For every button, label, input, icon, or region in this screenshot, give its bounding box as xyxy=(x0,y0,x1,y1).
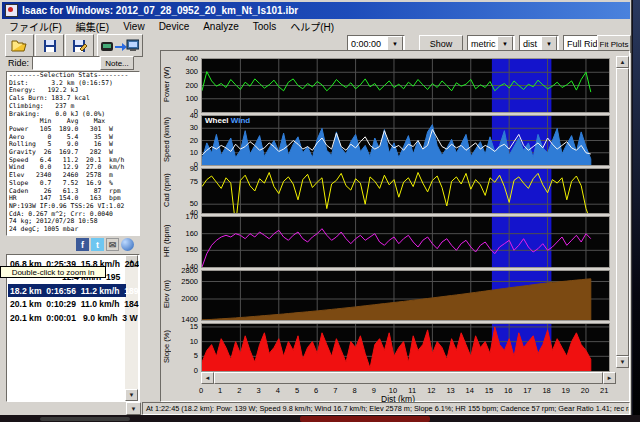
x-tick-14: 14 xyxy=(461,386,479,395)
open-file-button[interactable] xyxy=(5,34,34,57)
power-chart[interactable] xyxy=(201,58,610,113)
power-ytick: 100 xyxy=(173,94,198,103)
scroll-left-icon[interactable]: ◄ xyxy=(201,372,214,384)
lap-row-3[interactable]: 20.1 km 0:10:29 11.0 km/h 184 xyxy=(8,298,126,311)
save-icon xyxy=(43,39,57,53)
speed-ytick: 10 xyxy=(173,148,198,157)
save-as-button[interactable] xyxy=(65,34,94,57)
hr-chart[interactable] xyxy=(201,216,610,268)
scroll-up-icon[interactable]: ▲ xyxy=(616,56,629,68)
plot-panel: Dist (km) ◄ ► ▲ ▼ Power (W)0100200300400… xyxy=(160,50,630,402)
horizontal-scrollbar[interactable]: ◄ ► xyxy=(201,372,616,384)
chevron-down-icon[interactable]: ▼ xyxy=(497,36,513,51)
x-tick-6: 6 xyxy=(307,386,325,395)
vertical-scrollbar[interactable]: ▲ ▼ xyxy=(616,56,629,368)
slope-ytick: 0 xyxy=(173,366,198,375)
desktop-blob xyxy=(40,417,130,421)
slope-chart[interactable] xyxy=(201,323,610,372)
lap-list-scrollbar[interactable]: ▲ ▼ xyxy=(125,255,138,401)
email-icon[interactable]: ✉ xyxy=(106,238,119,251)
xaxis-value: dist xyxy=(520,39,541,49)
speed-ytick: 20 xyxy=(173,136,198,145)
menu-bar: ファイル(F)編集(E)ViewDeviceAnalyzeToolsヘルプ(H) xyxy=(2,19,630,34)
social-icons: f t ✉ xyxy=(76,238,134,252)
note-button[interactable]: Note... xyxy=(100,56,134,70)
x-tick-0: 0 xyxy=(192,386,210,395)
power-axis-label: Power (W) xyxy=(162,58,173,111)
x-tick-21: 21 xyxy=(595,386,613,395)
status-bar: At 1:22:45 (18.2 km): Pow: 139 W; Speed … xyxy=(142,402,630,415)
slope-ytick: 5 xyxy=(173,351,198,360)
twitter-icon[interactable]: t xyxy=(91,238,104,251)
legend-wind: Wind xyxy=(231,116,250,125)
x-tick-12: 12 xyxy=(422,386,440,395)
download-from-device-button[interactable] xyxy=(97,34,143,57)
facebook-icon[interactable]: f xyxy=(76,238,89,251)
scroll-down-icon[interactable]: ▼ xyxy=(616,356,629,368)
x-tick-16: 16 xyxy=(499,386,517,395)
menu-item-5[interactable]: Tools xyxy=(246,20,283,33)
x-tick-11: 11 xyxy=(403,386,421,395)
menu-item-1[interactable]: 編集(E) xyxy=(69,18,116,35)
chevron-down-icon[interactable]: ▼ xyxy=(387,36,403,51)
x-tick-7: 7 xyxy=(326,386,344,395)
x-tick-3: 3 xyxy=(250,386,268,395)
x-tick-4: 4 xyxy=(269,386,287,395)
cadence-chart[interactable] xyxy=(201,168,610,214)
status-dropdown-button[interactable]: ▼ xyxy=(126,402,141,415)
power-ytick: 400 xyxy=(173,54,198,63)
cadence-plot xyxy=(202,169,609,213)
x-tick-5: 5 xyxy=(288,386,306,395)
save-as-icon xyxy=(72,39,88,53)
menu-item-4[interactable]: Analyze xyxy=(196,20,246,33)
app-window: Isaac for Windows: 2012_07_28_0952_20_km… xyxy=(0,0,632,415)
lap-row-2[interactable]: 18.2 km 0:16:56 11.2 km/h 189 xyxy=(8,284,126,297)
power-ytick: 200 xyxy=(173,81,198,90)
x-tick-13: 13 xyxy=(442,386,460,395)
tooltip: Double-click to zoom in xyxy=(0,266,106,278)
fit-plots-label: Fit Plots xyxy=(600,40,629,49)
units-value: metric xyxy=(468,39,497,49)
desktop-blob xyxy=(300,416,430,422)
legend: Wheel Wind xyxy=(205,116,250,125)
ride-label: Ride: xyxy=(8,58,29,68)
scrollbar-thumb[interactable] xyxy=(214,372,603,384)
x-tick-8: 8 xyxy=(346,386,364,395)
hr-axis-label: HR (bpm) xyxy=(162,216,173,266)
cadence-ytick: 90 xyxy=(173,164,198,173)
x-tick-2: 2 xyxy=(230,386,248,395)
elev-chart[interactable] xyxy=(201,270,610,321)
title-bar[interactable]: Isaac for Windows: 2012_07_28_0952_20_km… xyxy=(2,2,630,19)
scroll-right-icon[interactable]: ► xyxy=(603,372,616,384)
menu-item-3[interactable]: Device xyxy=(152,20,197,33)
ride-input[interactable] xyxy=(32,56,100,70)
hr-ytick: 170 xyxy=(173,212,198,221)
hr-ytick: 160 xyxy=(173,229,198,238)
x-tick-15: 15 xyxy=(480,386,498,395)
x-tick-9: 9 xyxy=(365,386,383,395)
scrollbar-thumb[interactable] xyxy=(616,68,629,356)
slope-ytick: 10 xyxy=(173,337,198,346)
selection-stats-box: --------Selection Stats--------Dist: 3.2… xyxy=(6,71,140,236)
web-icon[interactable] xyxy=(121,238,134,251)
lap-row-4[interactable]: 20.1 km 0:00:01 9.0 km/h 3 W xyxy=(8,311,126,324)
speed-plot xyxy=(202,116,609,165)
x-tick-17: 17 xyxy=(518,386,536,395)
menu-item-2[interactable]: View xyxy=(116,20,152,33)
speed-chart[interactable]: Wheel Wind xyxy=(201,115,610,166)
chevron-down-icon[interactable]: ▼ xyxy=(541,36,557,51)
x-tick-19: 19 xyxy=(557,386,575,395)
x-tick-18: 18 xyxy=(538,386,556,395)
slope-plot xyxy=(202,324,609,371)
legend-wheel: Wheel xyxy=(205,116,231,125)
window-title: Isaac for Windows: 2012_07_28_0952_20_km… xyxy=(22,5,298,16)
selection-band xyxy=(492,169,552,213)
cadence-ytick: 50 xyxy=(173,199,198,208)
x-tick-1: 1 xyxy=(211,386,229,395)
menu-item-0[interactable]: ファイル(F) xyxy=(2,18,69,35)
menu-item-6[interactable]: ヘルプ(H) xyxy=(283,18,341,35)
scroll-down-icon[interactable]: ▼ xyxy=(125,389,138,401)
desktop-bottom-strip xyxy=(0,415,640,422)
save-button[interactable] xyxy=(35,34,64,57)
x-tick-10: 10 xyxy=(384,386,402,395)
